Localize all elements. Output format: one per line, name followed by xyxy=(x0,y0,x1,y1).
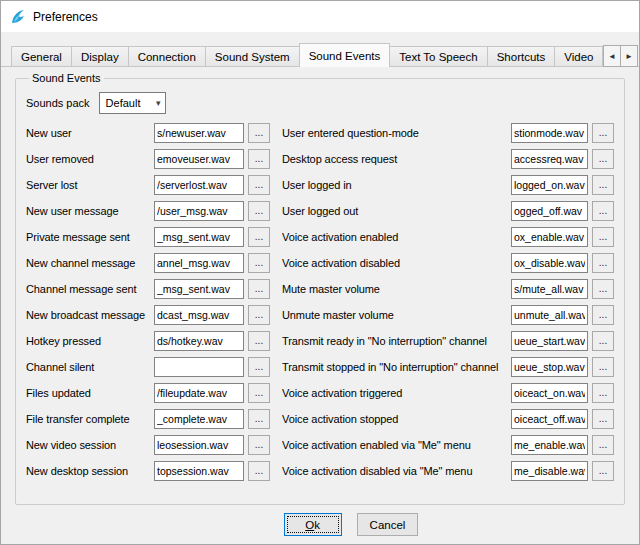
browse-user-removed[interactable]: ... xyxy=(248,149,270,169)
browse-desktop-access-request[interactable]: ... xyxy=(592,149,614,169)
browse-new-desktop-session[interactable]: ... xyxy=(248,461,270,481)
input-unmute-master-volume[interactable] xyxy=(511,305,588,325)
label-new-user-message: New user message xyxy=(26,205,154,217)
label-server-lost: Server lost xyxy=(26,179,154,191)
input-voice-activation-disabled-via-me-menu[interactable] xyxy=(511,461,588,481)
tab-display[interactable]: Display xyxy=(71,46,129,66)
browse-user-entered-question-mode[interactable]: ... xyxy=(592,123,614,143)
label-user-logged-in: User logged in xyxy=(282,179,511,191)
label-new-desktop-session: New desktop session xyxy=(26,465,154,477)
sound-event-row: Desktop access request... xyxy=(282,149,614,169)
input-voice-activation-enabled-via-me-menu[interactable] xyxy=(511,435,588,455)
left-column: New user...User removed...Server lost...… xyxy=(26,123,270,487)
label-voice-activation-enabled: Voice activation enabled xyxy=(282,231,511,243)
browse-voice-activation-disabled[interactable]: ... xyxy=(592,253,614,273)
input-voice-activation-stopped[interactable] xyxy=(511,409,588,429)
window-title: Preferences xyxy=(33,10,98,24)
sound-event-row: New desktop session... xyxy=(26,461,270,481)
input-transmit-stopped-in-no-interruption-channel[interactable] xyxy=(511,357,588,377)
app-icon xyxy=(10,9,26,25)
browse-user-logged-out[interactable]: ... xyxy=(592,201,614,221)
browse-server-lost[interactable]: ... xyxy=(248,175,270,195)
tab-shortcuts[interactable]: Shortcuts xyxy=(487,46,556,66)
browse-channel-message-sent[interactable]: ... xyxy=(248,279,270,299)
sound-event-row: New user message... xyxy=(26,201,270,221)
browse-new-user-message[interactable]: ... xyxy=(248,201,270,221)
tab-sound-system[interactable]: Sound System xyxy=(205,46,300,66)
tab-scroll-right-icon[interactable]: ► xyxy=(620,45,638,67)
sound-event-row: Voice activation triggered... xyxy=(282,383,614,403)
label-file-transfer-complete: File transfer complete xyxy=(26,413,154,425)
tab-video[interactable]: Video xyxy=(554,46,603,66)
ok-button[interactable]: Ok xyxy=(284,513,342,536)
input-user-logged-out[interactable] xyxy=(511,201,588,221)
browse-hotkey-pressed[interactable]: ... xyxy=(248,331,270,351)
label-transmit-stopped-in-no-interruption-channel: Transmit stopped in "No interruption" ch… xyxy=(282,361,511,373)
dialog-footer: Ok Cancel xyxy=(1,513,639,536)
browse-voice-activation-triggered[interactable]: ... xyxy=(592,383,614,403)
sound-event-row: User logged out... xyxy=(282,201,614,221)
sound-event-row: Voice activation disabled via "Me" menu.… xyxy=(282,461,614,481)
browse-mute-master-volume[interactable]: ... xyxy=(592,279,614,299)
browse-new-user[interactable]: ... xyxy=(248,123,270,143)
input-voice-activation-disabled[interactable] xyxy=(511,253,588,273)
browse-private-message-sent[interactable]: ... xyxy=(248,227,270,247)
label-voice-activation-disabled: Voice activation disabled xyxy=(282,257,511,269)
input-hotkey-pressed[interactable] xyxy=(154,331,244,351)
input-file-transfer-complete[interactable] xyxy=(154,409,244,429)
input-new-desktop-session[interactable] xyxy=(154,461,244,481)
input-private-message-sent[interactable] xyxy=(154,227,244,247)
label-user-removed: User removed xyxy=(26,153,154,165)
input-desktop-access-request[interactable] xyxy=(511,149,588,169)
tab-sound-events[interactable]: Sound Events xyxy=(299,43,391,67)
tab-general[interactable]: General xyxy=(11,46,72,66)
input-new-user-message[interactable] xyxy=(154,201,244,221)
browse-new-video-session[interactable]: ... xyxy=(248,435,270,455)
input-voice-activation-enabled[interactable] xyxy=(511,227,588,247)
tab-text-to-speech[interactable]: Text To Speech xyxy=(389,46,487,66)
sound-event-row: User entered question-mode... xyxy=(282,123,614,143)
input-server-lost[interactable] xyxy=(154,175,244,195)
titlebar: Preferences xyxy=(1,1,639,32)
tab-scroll-left-icon[interactable]: ◄ xyxy=(603,45,621,67)
sounds-pack-select[interactable]: Default ▾ xyxy=(99,92,166,114)
browse-unmute-master-volume[interactable]: ... xyxy=(592,305,614,325)
label-new-channel-message: New channel message xyxy=(26,257,154,269)
input-new-channel-message[interactable] xyxy=(154,253,244,273)
input-mute-master-volume[interactable] xyxy=(511,279,588,299)
sound-event-row: New channel message... xyxy=(26,253,270,273)
label-channel-message-sent: Channel message sent xyxy=(26,283,154,295)
sound-event-row: Transmit ready in "No interruption" chan… xyxy=(282,331,614,351)
browse-voice-activation-disabled-via-me-menu[interactable]: ... xyxy=(592,461,614,481)
browse-new-broadcast-message[interactable]: ... xyxy=(248,305,270,325)
cancel-button[interactable]: Cancel xyxy=(357,513,419,536)
tab-bar: ◄ ► GeneralDisplayConnectionSound System… xyxy=(1,42,639,67)
input-channel-message-sent[interactable] xyxy=(154,279,244,299)
input-new-broadcast-message[interactable] xyxy=(154,305,244,325)
input-user-logged-in[interactable] xyxy=(511,175,588,195)
input-user-entered-question-mode[interactable] xyxy=(511,123,588,143)
browse-transmit-stopped-in-no-interruption-channel[interactable]: ... xyxy=(592,357,614,377)
tab-connection[interactable]: Connection xyxy=(128,46,206,66)
browse-voice-activation-stopped[interactable]: ... xyxy=(592,409,614,429)
sound-event-row: New broadcast message... xyxy=(26,305,270,325)
sound-events-group: Sound Events Sounds pack Default ▾ New u… xyxy=(15,72,625,505)
browse-user-logged-in[interactable]: ... xyxy=(592,175,614,195)
browse-channel-silent[interactable]: ... xyxy=(248,357,270,377)
input-files-updated[interactable] xyxy=(154,383,244,403)
input-channel-silent[interactable] xyxy=(154,357,244,377)
input-transmit-ready-in-no-interruption-channel[interactable] xyxy=(511,331,588,351)
browse-new-channel-message[interactable]: ... xyxy=(248,253,270,273)
browse-voice-activation-enabled-via-me-menu[interactable]: ... xyxy=(592,435,614,455)
input-user-removed[interactable] xyxy=(154,149,244,169)
browse-voice-activation-enabled[interactable]: ... xyxy=(592,227,614,247)
input-new-video-session[interactable] xyxy=(154,435,244,455)
sound-event-row: Unmute master volume... xyxy=(282,305,614,325)
input-new-user[interactable] xyxy=(154,123,244,143)
label-new-user: New user xyxy=(26,127,154,139)
browse-transmit-ready-in-no-interruption-channel[interactable]: ... xyxy=(592,331,614,351)
input-voice-activation-triggered[interactable] xyxy=(511,383,588,403)
chevron-down-icon: ▾ xyxy=(156,98,161,108)
browse-files-updated[interactable]: ... xyxy=(248,383,270,403)
browse-file-transfer-complete[interactable]: ... xyxy=(248,409,270,429)
